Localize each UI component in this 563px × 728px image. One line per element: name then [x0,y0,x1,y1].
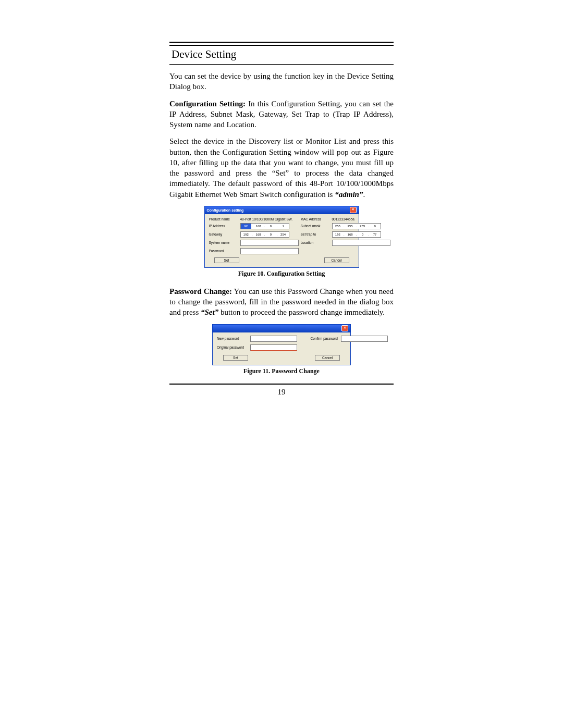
password-body-2: button to proceed the password change im… [218,308,385,316]
value-mac-address: 00122334465a [332,217,389,221]
cancel-button[interactable]: Cancel [315,355,340,361]
location-input[interactable] [332,240,390,246]
trap-oct-1[interactable]: 192 [333,232,344,237]
label-set-trap: Set trap to [301,232,329,236]
gateway-oct-3[interactable]: 0 [265,232,276,237]
section-title: Device Setting [172,48,394,61]
gateway-oct-4[interactable]: 254 [278,232,289,237]
label-confirm-password: Confirm password [301,337,338,340]
subnet-oct-3[interactable]: 255 [357,224,368,229]
original-password-input[interactable] [250,344,297,351]
intro-paragraph: You can set the device by using the func… [169,71,394,92]
label-product-name: Product name [209,217,237,221]
config-dialog-title: Configuration setting [207,208,244,212]
config-label: Configuration Setting: [169,100,246,108]
page-number: 19 [169,388,394,397]
subnet-oct-4[interactable]: 0 [370,224,381,229]
gateway-input[interactable]: 192. 168. 0. 254 [240,231,289,238]
password-paragraph: Password Change: You can use this Passwo… [169,286,394,318]
close-icon[interactable]: × [341,325,348,331]
label-new-password: New password [217,337,247,340]
top-double-rule [169,42,394,46]
content-column: Device Setting You can set the device by… [169,42,394,397]
config-dialog-body: Product name 48-Port 10/100/1000M Gigabi… [205,214,359,267]
title-underline [169,64,394,65]
set-emph: “Set” [201,308,218,316]
figure-11-caption: Figure 11. Password Change [169,367,394,375]
label-subnet-mask: Subnet mask [301,224,329,228]
trap-input[interactable]: 192. 168. 0. 77 [332,231,381,238]
figure-10-caption: Figure 10. Configuration Setting [169,270,394,278]
gateway-oct-2[interactable]: 168 [253,232,264,237]
label-gateway: Gateway [209,232,237,236]
figure-10: Configuration setting × Product name 48-… [169,206,394,268]
document-page: Device Setting You can set the device by… [0,0,563,728]
trap-oct-2[interactable]: 168 [345,232,356,237]
trap-oct-4[interactable]: 77 [370,232,381,237]
new-password-input[interactable] [250,336,297,342]
set-button[interactable]: Set [214,257,239,263]
config-dialog: Configuration setting × Product name 48-… [204,206,359,268]
subnet-mask-input[interactable]: 255. 255. 255. 0 [332,223,381,229]
select-paragraph: Select the device in the Discovery list … [169,136,394,200]
ip-oct-2[interactable]: 168 [253,224,264,229]
label-password: Password [209,249,237,253]
password-dialog: × New password Confirm password Original… [212,324,351,365]
close-icon[interactable]: × [350,207,357,213]
ip-oct-3[interactable]: 0 [265,224,276,229]
bottom-rule [169,384,394,385]
confirm-password-input[interactable] [341,336,388,342]
password-dialog-titlebar[interactable]: × [213,325,350,332]
config-dialog-titlebar[interactable]: Configuration setting × [205,206,359,214]
subnet-oct-1[interactable]: 255 [333,224,344,229]
ip-address-input[interactable]: 92. 168. 0. 1 [240,223,289,229]
label-location: Location [301,241,329,244]
cancel-button[interactable]: Cancel [324,257,349,263]
password-input[interactable] [240,248,299,254]
value-product-name: 48-Port 10/100/1000M Gigabit SW. [240,217,298,221]
set-button[interactable]: Set [223,355,248,361]
label-system-name: System name [209,241,237,244]
label-original-password: Original password [217,346,247,349]
gateway-oct-1[interactable]: 192 [241,232,252,237]
password-label: Password Change: [169,287,232,295]
select-body-end: . [363,190,365,199]
select-body-1: Select the device in the Discovery list … [169,137,394,198]
config-paragraph: Configuration Setting: In this Configura… [169,98,394,130]
admin-emph: “admin” [335,190,363,199]
password-dialog-body: New password Confirm password Original p… [213,332,350,365]
ip-oct-4[interactable]: 1 [278,224,289,229]
ip-oct-1[interactable]: 92 [241,224,252,229]
system-name-input[interactable] [240,240,299,246]
label-mac-address: MAC Address [301,217,329,221]
trap-oct-3[interactable]: 0 [357,232,368,237]
figure-11: × New password Confirm password Original… [169,324,394,365]
subnet-oct-2[interactable]: 255 [345,224,356,229]
label-ip-address: IP Address [209,224,237,228]
